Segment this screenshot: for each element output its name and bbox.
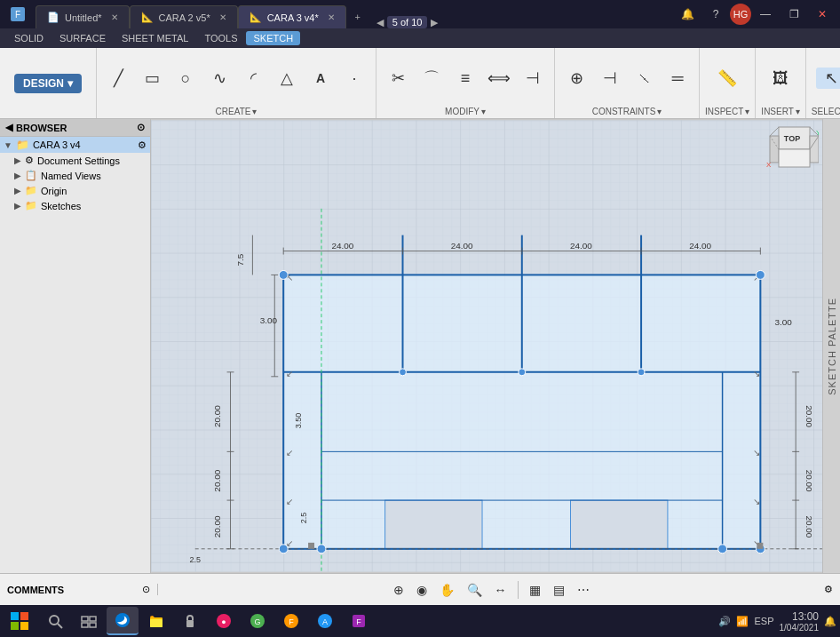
create-rect-button[interactable]: ▭ bbox=[136, 68, 168, 89]
taskbar-volume-icon[interactable]: 📶 bbox=[736, 616, 749, 627]
nav-origin-button[interactable]: ⊕ bbox=[390, 581, 408, 599]
close-button[interactable]: ✕ bbox=[808, 0, 836, 28]
constraint-perpendicular-button[interactable]: ⊣ bbox=[594, 68, 626, 89]
create-circle-button[interactable]: ○ bbox=[170, 68, 202, 89]
modify-extend-button[interactable]: ⌒ bbox=[416, 68, 448, 89]
design-label: DESIGN bbox=[23, 77, 64, 90]
insert-tools-row: 🖼 bbox=[765, 52, 796, 105]
taskbar-app9[interactable]: F bbox=[343, 607, 375, 635]
taskbar-lock[interactable] bbox=[174, 607, 206, 635]
tree-item-sketches[interactable]: ▶ 📁 Sketches bbox=[0, 198, 150, 213]
tree-item-cara3[interactable]: ▼ 📁 CARA 3 v4 ⚙ bbox=[0, 137, 150, 153]
minimize-button[interactable]: — bbox=[751, 0, 780, 28]
constraint-coincident-button[interactable]: ⊕ bbox=[560, 68, 592, 89]
menu-tools[interactable]: TOOLS bbox=[197, 31, 244, 45]
tree-item-named-views[interactable]: ▶ 📋 Named Views bbox=[0, 168, 150, 183]
menu-sheet-metal[interactable]: SHEET METAL bbox=[115, 31, 195, 45]
taskbar-app5[interactable]: ● bbox=[208, 607, 240, 635]
help-icon[interactable]: ? bbox=[701, 0, 730, 28]
browser-collapse-icon[interactable]: ◀ bbox=[5, 122, 12, 133]
taskbar-app8[interactable]: A bbox=[309, 607, 341, 635]
taskbar-network-icon[interactable]: 🔊 bbox=[718, 616, 731, 627]
sketch-svg: ↗ ↖ ↙ ↘ ↙ ↙ ↙ ↘ ↘ ↘ 24.00 24.00 24 bbox=[151, 119, 822, 573]
bell-icon[interactable]: 🔔 bbox=[673, 0, 701, 28]
dim-text-right3: 20.00 bbox=[804, 515, 814, 537]
taskbar-app6[interactable]: G bbox=[242, 607, 273, 635]
ctrl-point-m1 bbox=[400, 369, 407, 376]
modify-project-button[interactable]: ⊣ bbox=[517, 68, 549, 89]
taskbar-app7[interactable]: F bbox=[275, 607, 307, 635]
comments-options-icon[interactable]: ⊙ bbox=[142, 584, 150, 595]
inspect-group-label: INSPECT ▾ bbox=[705, 105, 749, 116]
select-tool-button[interactable]: ↖ bbox=[816, 68, 840, 89]
modify-mirror-button[interactable]: ⟺ bbox=[483, 68, 515, 89]
taskbar-search[interactable] bbox=[39, 607, 71, 635]
tree-item-doc-settings[interactable]: ▶ ⚙ Document Settings bbox=[0, 153, 150, 168]
insert-image-button[interactable]: 🖼 bbox=[765, 68, 796, 89]
create-arc-button[interactable]: ◜ bbox=[237, 68, 269, 89]
svg-rect-16 bbox=[20, 622, 28, 630]
taskbar-language[interactable]: ESP bbox=[754, 616, 773, 626]
sketch-palette-panel: SKETCH PALETTE bbox=[822, 119, 840, 573]
svg-text:●: ● bbox=[221, 617, 226, 626]
svg-point-17 bbox=[50, 616, 59, 625]
view-cube[interactable]: TOP Y X bbox=[765, 123, 819, 176]
view-shading-button[interactable]: ▤ bbox=[550, 581, 568, 599]
inspect-measure-button[interactable]: 📏 bbox=[711, 68, 743, 89]
canvas-area[interactable]: ↗ ↖ ↙ ↘ ↙ ↙ ↙ ↘ ↘ ↘ 24.00 24.00 24 bbox=[151, 119, 822, 573]
dim-text-inner-l2: 2.5 bbox=[299, 513, 308, 523]
create-spline-button[interactable]: ∿ bbox=[203, 68, 235, 89]
taskbar-edge[interactable] bbox=[107, 607, 139, 635]
view-more-button[interactable]: ⋯ bbox=[574, 581, 593, 599]
svg-text:G: G bbox=[254, 617, 260, 626]
tab-close-untitled[interactable]: ✕ bbox=[111, 12, 118, 22]
taskbar-taskview[interactable] bbox=[73, 607, 105, 635]
tab-cara2[interactable]: 📐 CARA 2 v5* ✕ bbox=[130, 5, 238, 28]
tab-scroll-left[interactable]: ◀ bbox=[376, 17, 384, 28]
view-grid-button[interactable]: ▦ bbox=[526, 581, 544, 599]
modify-offset-button[interactable]: ≡ bbox=[449, 68, 481, 89]
dim-text-right1: 20.00 bbox=[804, 405, 814, 427]
tab-untitled[interactable]: 📄 Untitled* ✕ bbox=[36, 5, 130, 28]
svg-rect-20 bbox=[90, 617, 96, 621]
menu-sketch[interactable]: SKETCH bbox=[246, 31, 300, 45]
maximize-button[interactable]: ❐ bbox=[780, 0, 808, 28]
svg-rect-8 bbox=[779, 149, 810, 167]
start-button[interactable] bbox=[4, 607, 36, 635]
taskbar-right: 🔊 📶 ESP 13:00 1/04/2021 🔔 bbox=[718, 610, 836, 633]
menu-surface[interactable]: SURFACE bbox=[52, 31, 113, 45]
expand-arrow-cara3: ▼ bbox=[4, 140, 12, 150]
nav-measure-button[interactable]: ↔ bbox=[491, 581, 511, 599]
create-polygon-button[interactable]: △ bbox=[271, 68, 303, 89]
settings-gear-icon[interactable]: ⚙ bbox=[824, 584, 833, 595]
expand-arrow-origin: ▶ bbox=[14, 186, 21, 195]
menu-solid[interactable]: SOLID bbox=[7, 31, 51, 45]
tree-settings-icon-cara3[interactable]: ⚙ bbox=[138, 139, 147, 151]
tab-scroll-right[interactable]: ▶ bbox=[431, 17, 438, 28]
constraint-equal-button[interactable]: ═ bbox=[662, 68, 693, 89]
design-chevron-icon: ▾ bbox=[67, 77, 73, 90]
nav-zoom-button[interactable]: 🔍 bbox=[464, 581, 486, 599]
modify-scissors-button[interactable]: ✂ bbox=[382, 68, 414, 89]
create-point-button[interactable]: · bbox=[338, 68, 370, 89]
constraints-chevron-icon: ▾ bbox=[657, 107, 662, 116]
nav-fit-button[interactable]: ◉ bbox=[413, 581, 431, 599]
browser-options-icon[interactable]: ⊙ bbox=[137, 122, 145, 133]
constraint-parallel-button[interactable]: ⟍ bbox=[628, 68, 660, 89]
user-icon[interactable]: HG bbox=[730, 4, 751, 25]
create-text-button[interactable]: A bbox=[305, 69, 337, 87]
dim-arrow-ml2: ↙ bbox=[286, 448, 293, 458]
ctrl-point-bl bbox=[279, 545, 288, 553]
create-line-button[interactable]: ╱ bbox=[102, 68, 134, 89]
svg-rect-13 bbox=[11, 612, 19, 620]
tab-close-cara2[interactable]: ✕ bbox=[219, 12, 226, 22]
tab-close-cara3[interactable]: ✕ bbox=[328, 12, 335, 22]
page-nav: 5 of 10 bbox=[387, 16, 428, 28]
tab-add-button[interactable]: + bbox=[346, 5, 369, 28]
nav-pan-button[interactable]: ✋ bbox=[436, 581, 458, 599]
taskbar-explorer[interactable] bbox=[140, 607, 172, 635]
tree-item-origin[interactable]: ▶ 📁 Origin bbox=[0, 183, 150, 198]
taskbar-notification-icon[interactable]: 🔔 bbox=[824, 616, 836, 627]
tab-cara3[interactable]: 📐 CARA 3 v4* ✕ bbox=[238, 5, 346, 28]
design-dropdown-button[interactable]: DESIGN ▾ bbox=[14, 74, 82, 93]
